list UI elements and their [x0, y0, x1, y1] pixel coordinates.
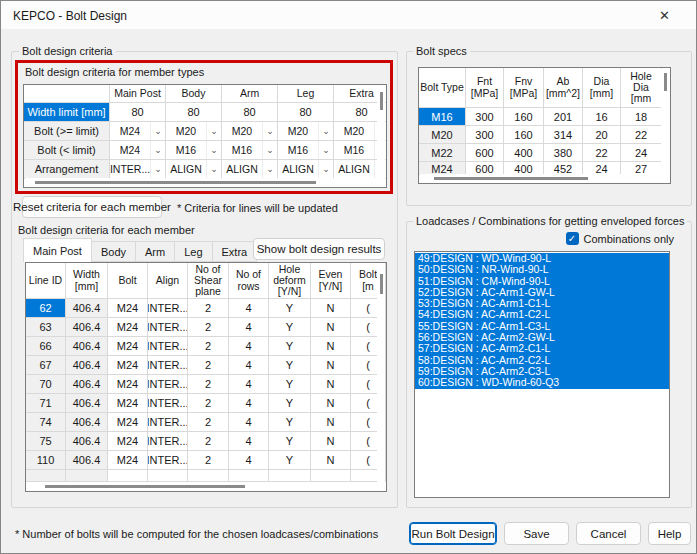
- cell[interactable]: 4: [229, 337, 269, 356]
- cell[interactable]: 4: [229, 375, 269, 394]
- cell[interactable]: 4: [229, 413, 269, 432]
- cell[interactable]: M20: [419, 126, 466, 144]
- cell[interactable]: 2: [188, 432, 229, 451]
- cell[interactable]: Y: [269, 318, 311, 337]
- tab-main-post[interactable]: Main Post: [23, 238, 92, 262]
- tab-arm[interactable]: Arm: [136, 241, 175, 262]
- tab-body[interactable]: Body: [92, 241, 136, 262]
- cell[interactable]: N: [311, 318, 351, 337]
- cell[interactable]: 63: [26, 318, 66, 337]
- chevron-down-icon[interactable]: ⌄: [206, 141, 221, 159]
- chevron-down-icon[interactable]: ⌄: [206, 160, 221, 178]
- arrangement-combo[interactable]: ALIGN⌄: [222, 160, 277, 178]
- chevron-down-icon[interactable]: ⌄: [262, 141, 277, 159]
- horizontal-scrollbar[interactable]: [27, 482, 385, 490]
- bolt-ge-combo[interactable]: M20⌄: [166, 122, 221, 140]
- cell[interactable]: N: [311, 299, 351, 318]
- cell[interactable]: M24: [108, 318, 148, 337]
- scrollbar-thumb[interactable]: [664, 73, 667, 91]
- cell[interactable]: 22: [583, 144, 621, 162]
- show-bolt-results-button[interactable]: Show bolt design results: [253, 238, 385, 260]
- cell[interactable]: 300: [466, 126, 504, 144]
- cell[interactable]: 18: [621, 108, 662, 126]
- cell[interactable]: M24: [108, 337, 148, 356]
- cell[interactable]: 80: [222, 103, 278, 122]
- arrangement-combo[interactable]: ALIGN⌄: [278, 160, 333, 178]
- cell[interactable]: 66: [26, 337, 66, 356]
- cell[interactable]: M16: [419, 108, 466, 126]
- reset-criteria-button[interactable]: Reset criteria for each member: [22, 196, 162, 218]
- cell[interactable]: Y: [269, 451, 311, 470]
- cell[interactable]: 406.4: [66, 337, 108, 356]
- vertical-scrollbar[interactable]: [377, 264, 385, 482]
- cell[interactable]: 71: [26, 394, 66, 413]
- cell[interactable]: 406.4: [66, 356, 108, 375]
- cell[interactable]: 314: [544, 126, 583, 144]
- chevron-down-icon[interactable]: ⌄: [318, 141, 333, 159]
- help-button[interactable]: Help: [648, 522, 691, 545]
- cell[interactable]: 2: [188, 299, 229, 318]
- cell[interactable]: N: [311, 394, 351, 413]
- cell[interactable]: 406.4: [66, 299, 108, 318]
- cell[interactable]: 201: [544, 108, 583, 126]
- cell[interactable]: 406.4: [66, 432, 108, 451]
- cell[interactable]: INTER...: [148, 375, 188, 394]
- cell[interactable]: 406.4: [66, 394, 108, 413]
- row-header-bolt-ge[interactable]: Bolt (>= limit): [24, 122, 110, 141]
- cell[interactable]: M24: [108, 394, 148, 413]
- cell[interactable]: 67: [26, 356, 66, 375]
- cell[interactable]: 24: [621, 144, 662, 162]
- save-button[interactable]: Save: [504, 522, 569, 545]
- cell[interactable]: M24: [108, 432, 148, 451]
- chevron-down-icon[interactable]: ⌄: [150, 160, 165, 178]
- cell[interactable]: 600: [466, 144, 504, 162]
- cell[interactable]: 400: [504, 144, 544, 162]
- scrollbar-thumb[interactable]: [380, 274, 383, 294]
- arrangement-combo[interactable]: ALIGN⌄: [166, 160, 221, 178]
- row-header-bolt-lt[interactable]: Bolt (< limit): [24, 141, 110, 160]
- scrollbar-thumb[interactable]: [434, 177, 588, 180]
- checkbox-checked[interactable]: ✓: [566, 232, 579, 245]
- cell[interactable]: 62: [26, 299, 66, 318]
- row-header-arrangement[interactable]: Arrangement: [24, 160, 110, 179]
- horizontal-scrollbar[interactable]: [25, 178, 385, 186]
- scrollbar-thumb[interactable]: [380, 92, 383, 110]
- cell[interactable]: INTER...: [148, 413, 188, 432]
- cell[interactable]: 2: [188, 337, 229, 356]
- close-icon[interactable]: ✕: [659, 8, 670, 23]
- row-header-width-limit[interactable]: Width limit [mm]: [24, 103, 110, 122]
- cancel-button[interactable]: Cancel: [576, 522, 641, 545]
- cell[interactable]: 2: [188, 356, 229, 375]
- vertical-scrollbar[interactable]: [661, 69, 669, 174]
- cell[interactable]: 2: [188, 375, 229, 394]
- list-item[interactable]: 50:DESIGN : NR-Wind-90-L: [415, 264, 669, 275]
- cell[interactable]: N: [311, 413, 351, 432]
- cell[interactable]: 22: [621, 126, 662, 144]
- cell[interactable]: 75: [26, 432, 66, 451]
- cell[interactable]: 300: [466, 108, 504, 126]
- cell[interactable]: 406.4: [66, 375, 108, 394]
- cell[interactable]: 4: [229, 299, 269, 318]
- cell[interactable]: 4: [229, 356, 269, 375]
- list-item[interactable]: 60:DESIGN : WD-Wind-60-Q3: [415, 377, 669, 388]
- cell[interactable]: 70: [26, 375, 66, 394]
- horizontal-scrollbar[interactable]: [420, 174, 669, 182]
- cell[interactable]: 2: [188, 318, 229, 337]
- cell[interactable]: M22: [419, 144, 466, 162]
- cell[interactable]: N: [311, 432, 351, 451]
- cell[interactable]: INTER...: [148, 356, 188, 375]
- cell[interactable]: Y: [269, 394, 311, 413]
- cell[interactable]: 16: [583, 108, 621, 126]
- cell[interactable]: INTER...: [148, 394, 188, 413]
- tab-leg[interactable]: Leg: [175, 241, 212, 262]
- cell[interactable]: INTER...: [148, 432, 188, 451]
- bolt-lt-combo[interactable]: M16⌄: [278, 141, 333, 159]
- cell[interactable]: 380: [544, 144, 583, 162]
- cell[interactable]: M24: [108, 299, 148, 318]
- cell[interactable]: M24: [108, 375, 148, 394]
- cell[interactable]: 4: [229, 318, 269, 337]
- cell[interactable]: N: [311, 375, 351, 394]
- cell[interactable]: Y: [269, 356, 311, 375]
- cell[interactable]: 4: [229, 451, 269, 470]
- cell[interactable]: INTER...: [148, 337, 188, 356]
